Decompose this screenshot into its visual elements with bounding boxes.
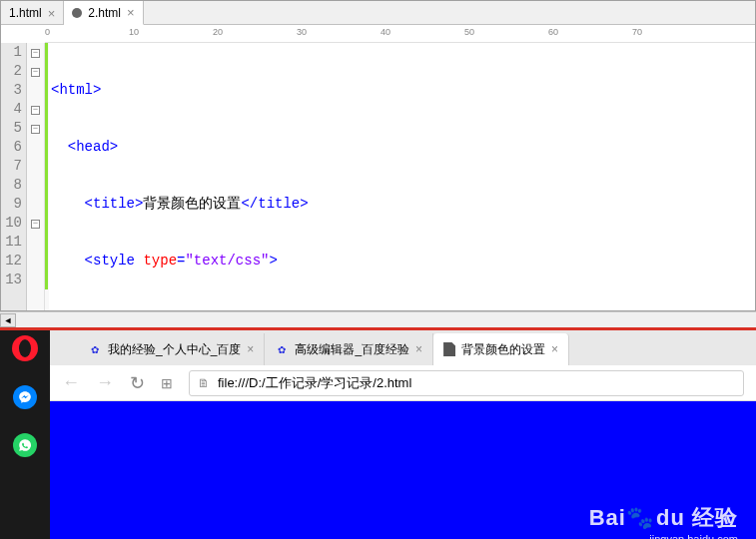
page-file-icon: 🗎 (198, 376, 210, 390)
code-lines[interactable]: <html> <head> <title>背景颜色的设置</title> <st… (49, 43, 755, 310)
tab-label: 背景颜色的设置 (461, 341, 545, 358)
close-icon[interactable]: × (127, 5, 135, 20)
line-num: 11 (1, 233, 22, 252)
editor-tab-2[interactable]: 2.html × (64, 1, 143, 25)
tab-label: 高级编辑器_百度经验 (295, 341, 409, 358)
speed-dial-icon[interactable]: ⊞ (161, 375, 173, 391)
baidu-icon: ✿ (88, 342, 102, 356)
line-num: 1 (1, 43, 22, 62)
line-num: 6 (1, 138, 22, 157)
back-button[interactable]: ← (62, 372, 80, 393)
address-input-wrap[interactable]: 🗎 (189, 370, 744, 396)
address-input[interactable] (218, 375, 735, 390)
address-bar: ← → ↻ ⊞ 🗎 (50, 365, 756, 401)
line-num: 8 (1, 176, 22, 195)
opera-logo-icon[interactable] (12, 335, 38, 361)
file-icon (443, 342, 455, 356)
window-accent-line (0, 327, 756, 330)
forward-button[interactable]: → (96, 372, 114, 393)
fold-minus-icon[interactable]: − (31, 106, 40, 115)
code-tag: <head> (68, 139, 118, 155)
tab-label: 1.html (9, 6, 42, 20)
browser-tab-3[interactable]: 背景颜色的设置 × (433, 333, 569, 365)
ruler-tick: 0 (45, 27, 50, 37)
browser-main: ✿ 我的经验_个人中心_百度 × ✿ 高级编辑器_百度经验 × 背景颜色的设置 … (50, 327, 756, 539)
line-num: 13 (1, 270, 22, 289)
ruler: 0 10 20 30 40 50 60 70 (45, 25, 755, 43)
paw-icon: 🐾 (626, 505, 654, 531)
ruler-tick: 40 (380, 27, 390, 37)
line-num: 9 (1, 195, 22, 214)
code-tag: <html> (51, 82, 101, 98)
line-num: 10 (1, 214, 22, 233)
close-icon[interactable]: × (415, 342, 422, 356)
line-num: 4 (1, 100, 22, 119)
line-gutter: 1 2 3 4 5 6 7 8 9 10 11 12 13 (1, 43, 27, 310)
editor-tab-1[interactable]: 1.html × (1, 1, 64, 25)
code-area[interactable]: 1 2 3 4 5 6 7 8 9 10 11 12 13 − − − − − (1, 43, 755, 310)
line-num: 12 (1, 252, 22, 270)
messenger-icon[interactable] (13, 385, 37, 409)
tab-label: 我的经验_个人中心_百度 (108, 341, 241, 358)
line-num: 7 (1, 157, 22, 176)
page-viewport[interactable]: Bai🐾du 经验 jingyan.baidu.com (50, 401, 756, 539)
whatsapp-icon[interactable] (13, 433, 37, 457)
ruler-tick: 10 (129, 27, 139, 37)
horizontal-scrollbar[interactable]: ◄ (0, 311, 756, 327)
editor-pane: 1.html × 2.html × 0 10 20 30 40 50 60 70… (0, 0, 756, 311)
browser-tab-bar: ✿ 我的经验_个人中心_百度 × ✿ 高级编辑器_百度经验 × 背景颜色的设置 … (50, 327, 756, 365)
modified-dot-icon (72, 8, 82, 18)
line-num: 2 (1, 62, 22, 81)
reload-button[interactable]: ↻ (130, 372, 145, 394)
watermark: Bai🐾du 经验 jingyan.baidu.com (589, 503, 738, 539)
editor-tab-bar: 1.html × 2.html × (1, 1, 755, 25)
close-icon[interactable]: × (247, 342, 254, 356)
ruler-tick: 70 (632, 27, 642, 37)
fold-minus-icon[interactable]: − (31, 68, 40, 77)
line-num: 3 (1, 81, 22, 100)
fold-minus-icon[interactable]: − (31, 49, 40, 58)
tab-label: 2.html (88, 6, 121, 20)
close-icon[interactable]: × (551, 342, 558, 356)
line-num: 5 (1, 119, 22, 138)
browser-pane: ✿ 我的经验_个人中心_百度 × ✿ 高级编辑器_百度经验 × 背景颜色的设置 … (0, 327, 756, 539)
fold-minus-icon[interactable]: − (31, 125, 40, 134)
fold-minus-icon[interactable]: − (31, 220, 40, 229)
baidu-icon: ✿ (275, 342, 289, 356)
close-icon[interactable]: × (48, 6, 56, 21)
ruler-tick: 60 (548, 27, 558, 37)
fold-column: − − − − − (27, 43, 45, 310)
ruler-tick: 50 (464, 27, 474, 37)
opera-sidebar (0, 327, 50, 539)
scroll-left-icon[interactable]: ◄ (0, 313, 16, 327)
ruler-tick: 30 (297, 27, 307, 37)
ruler-tick: 20 (213, 27, 223, 37)
browser-tab-1[interactable]: ✿ 我的经验_个人中心_百度 × (78, 333, 265, 365)
browser-tab-2[interactable]: ✿ 高级编辑器_百度经验 × (265, 333, 433, 365)
